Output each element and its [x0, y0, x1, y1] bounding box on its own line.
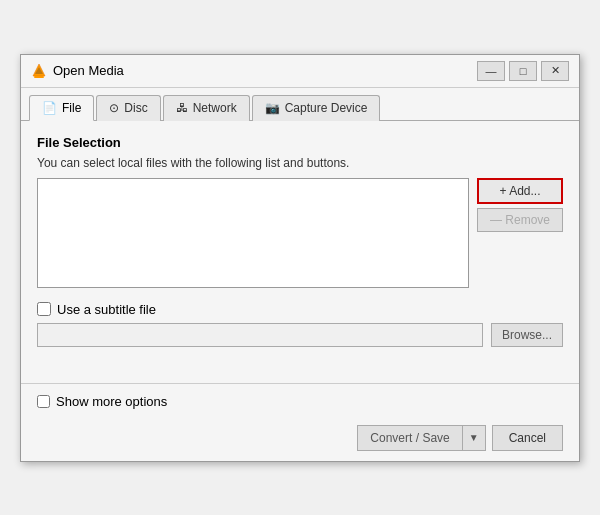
bottom-buttons: Convert / Save ▼ Cancel — [37, 425, 563, 451]
tab-capture-label: Capture Device — [285, 101, 368, 115]
tab-disc[interactable]: ⊙ Disc — [96, 95, 160, 121]
convert-save-button-group: Convert / Save ▼ — [357, 425, 485, 451]
tab-network-label: Network — [193, 101, 237, 115]
titlebar: Open Media — □ ✕ — [21, 55, 579, 88]
show-more-row: Show more options — [37, 394, 563, 409]
tab-bar: 📄 File ⊙ Disc 🖧 Network 📷 Capture Device — [21, 88, 579, 121]
capture-tab-icon: 📷 — [265, 101, 280, 115]
subtitle-section: Use a subtitle file Browse... — [37, 302, 563, 347]
window-controls: — □ ✕ — [477, 61, 569, 81]
convert-save-dropdown[interactable]: ▼ — [463, 426, 485, 450]
subtitle-checkbox[interactable] — [37, 302, 51, 316]
tab-disc-label: Disc — [124, 101, 147, 115]
file-buttons: + Add... — Remove — [477, 178, 563, 288]
cancel-button[interactable]: Cancel — [492, 425, 563, 451]
section-title: File Selection — [37, 135, 563, 150]
browse-button[interactable]: Browse... — [491, 323, 563, 347]
remove-button[interactable]: — Remove — [477, 208, 563, 232]
subtitle-label[interactable]: Use a subtitle file — [57, 302, 156, 317]
disc-tab-icon: ⊙ — [109, 101, 119, 115]
titlebar-left: Open Media — [31, 63, 124, 79]
maximize-button[interactable]: □ — [509, 61, 537, 81]
svg-rect-2 — [34, 76, 44, 78]
tab-content: File Selection You can select local file… — [21, 121, 579, 375]
subtitle-input[interactable] — [37, 323, 483, 347]
file-tab-icon: 📄 — [42, 101, 57, 115]
subtitle-input-row: Browse... — [37, 323, 563, 347]
description-text: You can select local files with the foll… — [37, 156, 563, 170]
show-more-label[interactable]: Show more options — [56, 394, 167, 409]
convert-save-main[interactable]: Convert / Save — [358, 426, 462, 450]
open-media-dialog: Open Media — □ ✕ 📄 File ⊙ Disc 🖧 Network… — [20, 54, 580, 462]
tab-network[interactable]: 🖧 Network — [163, 95, 250, 121]
vlc-icon — [31, 63, 47, 79]
close-button[interactable]: ✕ — [541, 61, 569, 81]
add-button[interactable]: + Add... — [477, 178, 563, 204]
window-title: Open Media — [53, 63, 124, 78]
minimize-button[interactable]: — — [477, 61, 505, 81]
tab-file[interactable]: 📄 File — [29, 95, 94, 121]
file-area: + Add... — Remove — [37, 178, 563, 288]
network-tab-icon: 🖧 — [176, 101, 188, 115]
file-list[interactable] — [37, 178, 469, 288]
tab-capture[interactable]: 📷 Capture Device — [252, 95, 381, 121]
subtitle-checkbox-row: Use a subtitle file — [37, 302, 563, 317]
tab-file-label: File — [62, 101, 81, 115]
footer: Show more options Convert / Save ▼ Cance… — [21, 383, 579, 461]
show-more-checkbox[interactable] — [37, 395, 50, 408]
